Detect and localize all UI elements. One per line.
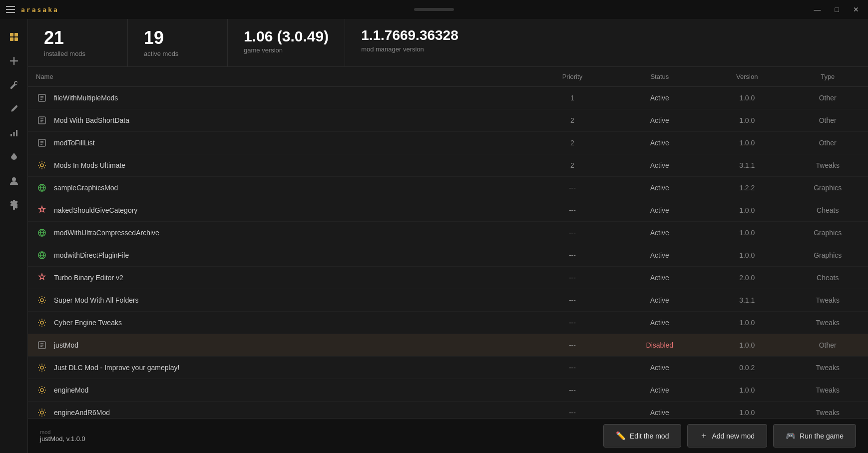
stats-bar: 21 installed mods 19 active mods 1.06 (3… [28,19,868,67]
table-row[interactable]: engineAndR6Mod --- Active 1.0.0 Tweaks [28,401,868,418]
table-row[interactable]: justMod --- Disabled 1.0.0 Other [28,334,868,356]
mod-type-icon [36,384,48,396]
mod-type-icon [36,294,48,306]
mod-version: 1.0.0 [707,221,787,244]
sidebar-item-stats[interactable] [4,123,24,143]
mod-name-cell: sampleGraphicsMod [28,176,532,199]
sidebar-item-profile[interactable] [4,171,24,191]
table-row[interactable]: Cyber Engine Tweaks --- Active 1.0.0 Twe… [28,311,868,334]
mods-table-container: Name Priority Status Version Type fileWi… [28,67,868,418]
minimize-button[interactable]: — [811,4,824,14]
col-priority: Priority [532,67,612,87]
svg-rect-5 [13,132,14,136]
bottom-bar: mod justMod, v.1.0.0 ✏️ Edit the mod ＋ A… [28,418,868,453]
table-header-row: Name Priority Status Version Type [28,67,868,87]
table-row[interactable]: Super Mod With All Folders --- Active 3.… [28,289,868,311]
table-row[interactable]: engineMod --- Active 1.0.0 Tweaks [28,379,868,401]
mod-version: 1.0.0 [707,244,787,266]
stat-game-version: 1.06 (3.0.49) game version [228,19,345,66]
table-row[interactable]: fileWithMultipleMods 1 Active 1.0.0 Othe… [28,86,868,109]
titlebar: arasaka — □ ✕ [0,0,868,19]
mod-type-icon [36,317,48,329]
stat-active-number: 19 [144,28,211,48]
mod-type: Tweaks [788,154,868,176]
add-icon: ＋ [700,431,708,441]
add-mod-button[interactable]: ＋ Add new mod [687,424,767,448]
sidebar-item-edit[interactable] [4,99,24,119]
mod-name: engineMod [54,386,88,394]
mod-type: Graphics [788,221,868,244]
table-row[interactable]: nakedShouldGiveCategory --- Active 1.0.0… [28,199,868,221]
mod-type: Other [788,109,868,131]
table-row[interactable]: modToFillList 2 Active 1.0.0 Other [28,131,868,154]
mod-type-icon [36,272,48,284]
edit-mod-button[interactable]: ✏️ Edit the mod [603,424,682,448]
stat-active-label: active mods [144,50,211,57]
mod-info-label: mod [40,429,85,435]
titlebar-left: arasaka [6,5,59,14]
mod-priority: 2 [532,131,612,154]
hamburger-menu[interactable] [6,6,15,13]
close-button[interactable]: ✕ [850,4,862,14]
mod-name-cell: engineAndR6Mod [28,401,532,418]
svg-rect-3 [14,37,18,41]
mod-name-cell: modwithDirectPluginFile [28,244,532,266]
run-game-button[interactable]: 🎮 Run the game [773,424,856,448]
mod-type: Graphics [788,244,868,266]
sidebar-item-add[interactable] [4,51,24,71]
mods-table: Name Priority Status Version Type fileWi… [28,67,868,418]
sidebar-item-dashboard[interactable] [4,27,24,47]
mod-version: 1.0.0 [707,379,787,401]
table-row[interactable]: modWithUltraCompressedArchive --- Active… [28,221,868,244]
table-row[interactable]: modwithDirectPluginFile --- Active 1.0.0… [28,244,868,266]
mod-version: 1.0.0 [707,334,787,356]
content-area: 21 installed mods 19 active mods 1.06 (3… [28,19,868,453]
mod-priority: 1 [532,86,612,109]
mod-type: Tweaks [788,356,868,379]
svg-point-7 [12,177,16,181]
mod-name: sampleGraphicsMod [54,184,118,192]
mod-version: 1.0.0 [707,401,787,418]
mod-type: Other [788,86,868,109]
mod-type: Tweaks [788,289,868,311]
mod-name-cell: modToFillList [28,131,532,154]
stat-installed: 21 installed mods [28,19,128,66]
mod-type: Other [788,334,868,356]
mod-status: Disabled [613,334,707,356]
app-logo: arasaka [21,5,59,14]
table-row[interactable]: Mod With BadShortData 2 Active 1.0.0 Oth… [28,109,868,131]
stat-installed-label: installed mods [44,50,111,57]
mod-info-value: justMod, v.1.0.0 [40,435,85,443]
table-row[interactable]: Turbo Binary Editor v2 --- Active 2.0.0 … [28,266,868,289]
maximize-button[interactable]: □ [832,4,842,14]
mod-type-icon [36,182,48,194]
edit-icon: ✏️ [616,431,626,441]
mod-status: Active [613,266,707,289]
svg-point-30 [40,366,43,369]
col-type: Type [788,67,868,87]
mod-version: 1.0.0 [707,199,787,221]
sidebar [0,19,28,453]
mod-priority: --- [532,221,612,244]
table-row[interactable]: sampleGraphicsMod --- Active 1.2.2 Graph… [28,176,868,199]
mod-status: Active [613,311,707,334]
mod-name: Mod With BadShortData [54,116,129,124]
mod-version: 1.0.0 [707,109,787,131]
mod-name: engineAndR6Mod [54,409,110,417]
mod-type-icon [36,204,48,216]
mod-name: modWithUltraCompressedArchive [54,229,159,237]
table-row[interactable]: Mods In Mods Ultimate 2 Active 3.1.1 Twe… [28,154,868,176]
sidebar-item-tools[interactable] [4,75,24,95]
mod-status: Active [613,244,707,266]
mod-type: Other [788,131,868,154]
sidebar-item-liquid[interactable] [4,147,24,167]
stat-active: 19 active mods [128,19,228,66]
mod-name-cell: engineMod [28,379,532,401]
mod-type-icon [36,114,48,126]
mod-type-icon [36,407,48,418]
stat-manager-version: 1.1.7669.36328 mod manager version [345,19,474,66]
sidebar-item-settings[interactable] [4,195,24,215]
mod-type-icon [36,227,48,239]
table-row[interactable]: Just DLC Mod - Improve your gameplay! --… [28,356,868,379]
mod-name-cell: Just DLC Mod - Improve your gameplay! [28,356,532,379]
